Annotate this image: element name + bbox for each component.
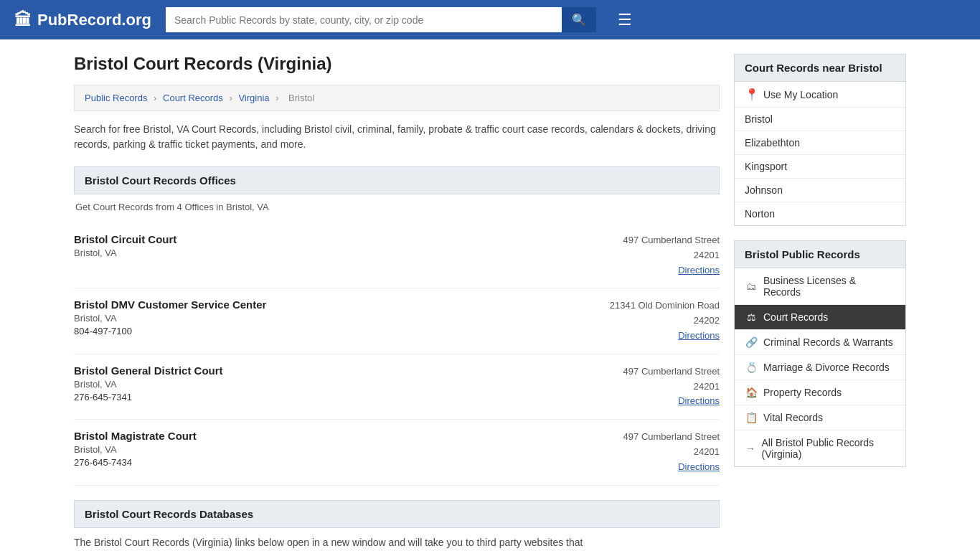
public-record-link[interactable]: Property Records <box>763 387 842 398</box>
nearby-title: Court Records near Bristol <box>734 54 906 82</box>
sidebar: Court Records near Bristol 📍 Use My Loca… <box>734 54 906 550</box>
public-record-item[interactable]: → All Bristol Public Records (Virginia) <box>735 430 905 466</box>
offices-subtext: Get Court Records from 4 Offices in Bris… <box>74 202 720 212</box>
address-line2: 24201 <box>694 446 720 457</box>
record-icon: 🔗 <box>745 336 758 348</box>
nearby-link[interactable]: Johnson <box>745 184 783 196</box>
breadcrumb-bristol: Bristol <box>288 93 314 103</box>
databases-text: The Bristol Court Records (Virginia) lin… <box>74 535 720 550</box>
address-line2: 24201 <box>694 381 720 392</box>
office-address: 497 Cumberland Street 24201 Directions <box>623 430 720 474</box>
content-area: Bristol Court Records (Virginia) Public … <box>74 54 720 550</box>
office-phone: 276-645-7434 <box>74 457 623 468</box>
public-record-item[interactable]: 📋 Vital Records <box>735 405 905 430</box>
public-records-list: 🗂 Business Licenses & Records ⚖ Court Re… <box>734 268 906 467</box>
logo-icon: 🏛 <box>14 10 32 30</box>
office-address: 21341 Old Dominion Road 24202 Directions <box>610 298 720 343</box>
public-record-item[interactable]: 🔗 Criminal Records & Warrants <box>735 330 905 355</box>
location-icon: 📍 <box>745 88 759 101</box>
nearby-list-item[interactable]: Kingsport <box>735 155 905 179</box>
public-record-item[interactable]: 🗂 Business Licenses & Records <box>735 268 905 305</box>
office-entry: Bristol Circuit Court Bristol, VA 497 Cu… <box>74 223 720 288</box>
directions-link[interactable]: Directions <box>623 460 720 475</box>
office-city: Bristol, VA <box>74 444 623 455</box>
office-address: 497 Cumberland Street 24201 Directions <box>623 233 720 278</box>
record-icon: 🏠 <box>745 387 758 398</box>
breadcrumb-virginia[interactable]: Virginia <box>238 93 269 103</box>
office-entry: Bristol General District Court Bristol, … <box>74 354 720 420</box>
record-icon: 🗂 <box>745 281 758 292</box>
record-icon: ⚖ <box>745 311 758 323</box>
menu-icon[interactable]: ☰ <box>618 11 632 29</box>
office-city: Bristol, VA <box>74 379 623 390</box>
search-input[interactable] <box>166 7 562 32</box>
office-name: Bristol General District Court <box>74 364 623 377</box>
offices-section-header: Bristol Court Records Offices <box>74 166 720 194</box>
public-record-link[interactable]: Marriage & Divorce Records <box>763 362 890 373</box>
main-container: Bristol Court Records (Virginia) Public … <box>60 39 920 551</box>
page-title: Bristol Court Records (Virginia) <box>74 54 720 74</box>
office-name: Bristol DMV Customer Service Center <box>74 298 610 311</box>
breadcrumb-court-records[interactable]: Court Records <box>163 93 223 103</box>
databases-section: Bristol Court Records Databases The Bris… <box>74 500 720 550</box>
public-record-link[interactable]: All Bristol Public Records (Virginia) <box>762 437 895 460</box>
public-record-item[interactable]: 💍 Marriage & Divorce Records <box>735 355 905 380</box>
address-line1: 497 Cumberland Street <box>623 431 720 442</box>
record-icon: 💍 <box>745 362 758 373</box>
office-info: Bristol DMV Customer Service Center Bris… <box>74 298 610 343</box>
office-info: Bristol General District Court Bristol, … <box>74 364 623 409</box>
public-record-item[interactable]: ⚖ Court Records <box>735 305 905 330</box>
public-record-link[interactable]: Criminal Records & Warrants <box>763 336 893 348</box>
public-record-item[interactable]: 🏠 Property Records <box>735 380 905 405</box>
office-phone: 276-645-7341 <box>74 392 623 402</box>
office-name: Bristol Magistrate Court <box>74 430 623 442</box>
search-button[interactable]: 🔍 <box>562 7 596 32</box>
nearby-list-item[interactable]: Johnson <box>735 179 905 202</box>
directions-link[interactable]: Directions <box>623 394 720 409</box>
breadcrumb: Public Records › Court Records › Virgini… <box>74 85 720 111</box>
office-entry: Bristol Magistrate Court Bristol, VA 276… <box>74 420 720 485</box>
office-info: Bristol Circuit Court Bristol, VA <box>74 233 623 278</box>
use-location-item[interactable]: 📍 Use My Location <box>735 82 905 108</box>
address-line1: 497 Cumberland Street <box>623 235 720 245</box>
office-city: Bristol, VA <box>74 313 610 324</box>
public-records-title: Bristol Public Records <box>734 240 906 268</box>
address-line2: 24202 <box>694 315 720 326</box>
directions-link[interactable]: Directions <box>623 263 720 278</box>
nearby-list-item[interactable]: Norton <box>735 202 905 225</box>
nearby-link[interactable]: Kingsport <box>745 161 787 172</box>
address-line1: 21341 Old Dominion Road <box>610 300 720 311</box>
public-record-link[interactable]: Vital Records <box>763 412 823 423</box>
record-icon: 📋 <box>745 412 758 423</box>
nearby-link[interactable]: Bristol <box>745 113 773 125</box>
office-city: Bristol, VA <box>74 248 623 258</box>
nearby-list-item[interactable]: Elizabethton <box>735 131 905 155</box>
site-logo[interactable]: 🏛 PubRecord.org <box>14 10 151 30</box>
address-line1: 497 Cumberland Street <box>623 366 720 377</box>
logo-text: PubRecord.org <box>37 11 151 29</box>
office-phone: 804-497-7100 <box>74 326 610 336</box>
nearby-list: 📍 Use My Location BristolElizabethtonKin… <box>734 82 906 226</box>
address-line2: 24201 <box>694 250 720 260</box>
offices-list: Bristol Circuit Court Bristol, VA 497 Cu… <box>74 223 720 486</box>
page-description: Search for free Bristol, VA Court Record… <box>74 122 720 152</box>
breadcrumb-sep-1: › <box>154 93 159 103</box>
office-entry: Bristol DMV Customer Service Center Bris… <box>74 288 720 354</box>
breadcrumb-sep-3: › <box>275 93 281 103</box>
breadcrumb-public-records[interactable]: Public Records <box>85 93 147 103</box>
nearby-list-item[interactable]: Bristol <box>735 108 905 131</box>
office-info: Bristol Magistrate Court Bristol, VA 276… <box>74 430 623 474</box>
record-icon: → <box>745 443 756 454</box>
public-record-link[interactable]: Business Licenses & Records <box>763 275 895 298</box>
office-name: Bristol Circuit Court <box>74 233 623 245</box>
databases-section-header: Bristol Court Records Databases <box>74 500 720 528</box>
breadcrumb-sep-2: › <box>229 93 235 103</box>
nearby-link[interactable]: Elizabethton <box>745 137 800 149</box>
use-location-label: Use My Location <box>763 89 838 100</box>
site-header: 🏛 PubRecord.org 🔍 ☰ <box>0 0 980 39</box>
office-address: 497 Cumberland Street 24201 Directions <box>623 364 720 409</box>
nearby-link[interactable]: Norton <box>745 208 775 220</box>
public-record-link[interactable]: Court Records <box>763 311 828 323</box>
directions-link[interactable]: Directions <box>610 329 720 344</box>
search-bar: 🔍 <box>166 7 596 32</box>
